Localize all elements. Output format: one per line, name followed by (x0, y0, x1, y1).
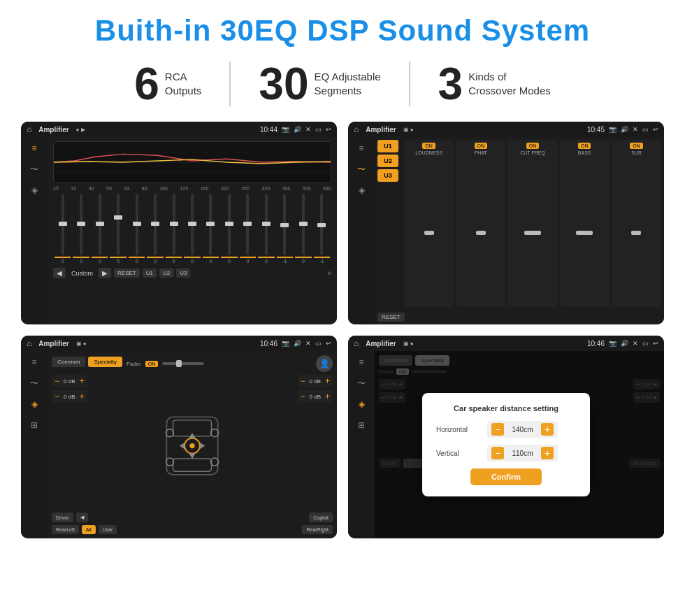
home-icon-1[interactable]: ⌂ (27, 124, 31, 134)
speaker-icon[interactable]: ◈ (26, 183, 43, 197)
home-icon-4[interactable]: ⌂ (354, 338, 359, 348)
plus-1[interactable]: + (79, 392, 84, 401)
u3-btn[interactable]: U3 (377, 169, 398, 182)
eq-slider-1[interactable]: 0 (73, 194, 89, 264)
vertical-plus[interactable]: + (541, 447, 554, 459)
plus-2[interactable]: + (325, 376, 330, 386)
eq-slider-8[interactable]: 0 (203, 194, 219, 264)
wave-icon-3[interactable]: 〜 (26, 376, 43, 390)
back-icon-2[interactable]: ↩ (653, 126, 658, 133)
vol-icon-2: 🔊 (621, 126, 628, 133)
close-icon-2[interactable]: ✕ (633, 126, 638, 133)
phat-on[interactable]: ON (475, 143, 488, 149)
cutfreq-on[interactable]: ON (526, 143, 540, 149)
eq-slider-5[interactable]: 0 (147, 194, 163, 264)
db-val-1: 0 dB (64, 394, 75, 400)
eq-slider-6[interactable]: 0 (166, 194, 182, 264)
minus-0[interactable]: − (55, 376, 59, 386)
user-btn[interactable]: User (99, 525, 117, 534)
status-bar-2: ⌂ Amplifier ▣ ● 10:45 📷 🔊 ✕ ▭ ↩ (348, 122, 664, 137)
speaker-icon-3[interactable]: ◈ (26, 397, 43, 411)
wave-icon-4[interactable]: 〜 (353, 376, 370, 390)
eq-slider-4[interactable]: 0 (129, 194, 145, 264)
horizontal-label: Horizontal (436, 426, 482, 434)
plus-0[interactable]: + (79, 376, 84, 386)
speaker-icon-2[interactable]: ◈ (353, 183, 370, 197)
wave-icon[interactable]: 〜 (26, 162, 43, 176)
eq-icon[interactable]: ≡ (26, 141, 43, 155)
eq-slider-7[interactable]: 0 (184, 194, 200, 264)
window-icon-1[interactable]: ▭ (315, 126, 322, 133)
driver-btn[interactable]: Driver (52, 513, 73, 522)
cam-icon-4: 📷 (609, 340, 616, 347)
eq-slider-11[interactable]: 0 (258, 194, 274, 264)
u2-button-1[interactable]: U2 (159, 268, 173, 278)
eq-slider-10[interactable]: 0 (240, 194, 256, 264)
home-icon-2[interactable]: ⌂ (354, 124, 359, 134)
u2-btn[interactable]: U2 (377, 155, 398, 167)
bass-on[interactable]: ON (578, 143, 591, 149)
vertical-minus[interactable]: − (491, 447, 504, 459)
time-3: 10:46 (260, 340, 277, 348)
eq-slider-3[interactable]: 5 (110, 194, 126, 264)
eq-slider-14[interactable]: -1 (314, 194, 330, 264)
horizontal-minus[interactable]: − (491, 423, 504, 436)
loudness-on[interactable]: ON (422, 143, 435, 149)
db-row-0: − 0 dB + (52, 375, 87, 387)
more-icon-1[interactable]: » (327, 269, 331, 277)
rearright-btn[interactable]: RearRight (302, 525, 333, 534)
eq-slider-12[interactable]: -1 (277, 194, 293, 264)
minus-2[interactable]: − (301, 376, 305, 386)
dots-2: ▣ ● (403, 127, 414, 133)
window-icon-3[interactable]: ▭ (315, 340, 322, 347)
window-icon-4[interactable]: ▭ (642, 340, 649, 347)
reset-button-2[interactable]: RESET (377, 313, 405, 322)
eq-icon-2[interactable]: ≡ (353, 141, 370, 155)
copilot-btn[interactable]: Copilot (309, 513, 333, 522)
confirm-button[interactable]: Confirm (470, 468, 542, 485)
u1-button-1[interactable]: U1 (143, 268, 157, 278)
stat-eq-number: 30 (259, 62, 308, 106)
speaker-icon-4[interactable]: ◈ (353, 397, 370, 411)
plus-3[interactable]: + (325, 392, 330, 401)
wave-icon-2[interactable]: 〜 (353, 162, 370, 176)
window-icon-2[interactable]: ▭ (642, 126, 649, 133)
next-preset-button[interactable]: ▶ (99, 268, 111, 278)
eq-icon-4[interactable]: ≡ (353, 355, 370, 369)
tab-common[interactable]: Common (52, 357, 85, 367)
fader-on-btn[interactable]: ON (145, 361, 159, 367)
fader-slider[interactable] (162, 362, 204, 365)
rearleft-btn[interactable]: RearLeft (52, 525, 79, 534)
tab-specialty[interactable]: Specialty (88, 357, 122, 367)
close-icon-1[interactable]: ✕ (305, 126, 311, 133)
horizontal-plus[interactable]: + (541, 423, 554, 436)
stat-crossover-number: 3 (438, 62, 463, 106)
prev-preset-button[interactable]: ◀ (53, 268, 66, 278)
extra-icon-4[interactable]: ⊞ (353, 418, 370, 432)
back-icon-1[interactable]: ↩ (326, 126, 331, 133)
back-icon-3[interactable]: ↩ (326, 340, 331, 347)
all-btn[interactable]: All (82, 525, 96, 534)
eq-slider-2[interactable]: 0 (92, 194, 108, 264)
u1-btn[interactable]: U1 (377, 140, 398, 152)
eq-slider-13[interactable]: 0 (295, 194, 311, 264)
profile-icon[interactable]: 👤 (316, 355, 333, 372)
sub-on[interactable]: ON (630, 143, 643, 149)
eq-slider-9[interactable]: 0 (221, 194, 237, 264)
screen1-content: ≡ 〜 ◈ (21, 137, 337, 324)
home-icon-3[interactable]: ⌂ (27, 338, 31, 348)
close-icon-3[interactable]: ✕ (305, 340, 311, 347)
u3-button-1[interactable]: U3 (176, 268, 190, 278)
reset-button-1[interactable]: RESET (114, 268, 140, 278)
minus-3[interactable]: − (301, 392, 305, 401)
back-icon-4[interactable]: ↩ (653, 340, 658, 347)
extra-icon-3[interactable]: ⊞ (26, 418, 43, 432)
eq-slider-0[interactable]: 0 (55, 194, 71, 264)
screens-grid: ⌂ Amplifier ● ▶ 10:44 📷 🔊 ✕ ▭ ↩ ≡ 〜 ◈ (21, 122, 664, 538)
left-arrow-btn[interactable]: ◀ (76, 513, 88, 522)
close-icon-4[interactable]: ✕ (633, 340, 638, 347)
eq-icon-3[interactable]: ≡ (26, 355, 43, 369)
sc2-channels: ON LOUDNESS ON (404, 140, 661, 307)
stat-rca-number: 6 (134, 62, 159, 106)
minus-1[interactable]: − (55, 392, 59, 401)
